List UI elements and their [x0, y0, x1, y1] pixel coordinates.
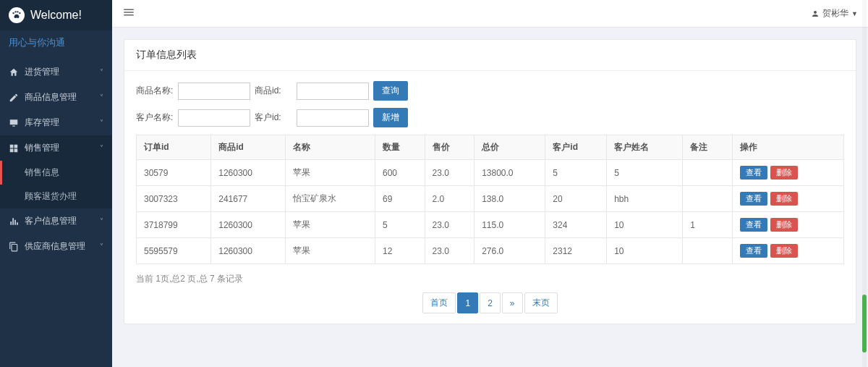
ops-cell: 查看删除	[732, 212, 843, 238]
cell: 69	[375, 186, 425, 212]
page-last[interactable]: 末页	[524, 292, 558, 313]
page-next[interactable]: »	[502, 292, 523, 313]
edit-icon	[9, 93, 19, 103]
bars-icon	[9, 216, 19, 227]
table-row: 305791260300苹果60023.013800.055查看删除	[137, 160, 844, 186]
chevron-down-icon: ˅	[100, 242, 103, 250]
delete-button[interactable]: 删除	[770, 218, 798, 232]
cell	[683, 186, 733, 212]
menu-toggle-icon[interactable]	[122, 6, 135, 21]
cell: 23.0	[425, 160, 475, 186]
cell: 5	[607, 160, 683, 186]
nav-item-5[interactable]: 供应商信息管理˅	[0, 234, 112, 259]
scrollbar-track	[862, 0, 867, 367]
col-header-8: 备注	[683, 135, 733, 160]
nav-label: 供应商信息管理	[25, 240, 100, 253]
order-panel: 订单信息列表 商品名称: 商品id: 查询 客户名称: 客户id:	[124, 39, 856, 324]
chevron-down-icon: ˅	[100, 93, 103, 101]
view-button[interactable]: 查看	[740, 192, 767, 206]
nav-item-4[interactable]: 客户信息管理˅	[0, 208, 112, 234]
delete-button[interactable]: 删除	[770, 166, 798, 180]
product-name-label: 商品名称:	[136, 85, 174, 97]
nav-item-1[interactable]: 商品信息管理˅	[0, 85, 112, 110]
subnav-item-1[interactable]: 顾客退货办理	[0, 185, 112, 208]
ops-cell: 查看删除	[732, 160, 843, 186]
col-header-4: 售价	[425, 135, 475, 160]
cell: 1260300	[211, 212, 286, 238]
col-header-7: 客户姓名	[607, 135, 683, 160]
customer-name-input[interactable]	[178, 109, 250, 127]
ops-cell: 查看删除	[732, 238, 843, 264]
product-name-input[interactable]	[178, 83, 250, 100]
view-button[interactable]: 查看	[740, 244, 767, 258]
page-first[interactable]: 首页	[422, 292, 456, 313]
add-button[interactable]: 新增	[373, 108, 408, 127]
cell: 2312	[545, 238, 607, 264]
delete-button[interactable]: 删除	[770, 192, 798, 206]
col-header-2: 名称	[286, 135, 375, 160]
nav-list: 进货管理˅商品信息管理˅库存管理˅销售管理˅销售信息顾客退货办理客户信息管理˅供…	[0, 59, 112, 259]
page-1[interactable]: 1	[457, 292, 478, 313]
nav-item-2[interactable]: 库存管理˅	[0, 110, 112, 135]
view-button[interactable]: 查看	[740, 218, 767, 232]
cell: 241677	[211, 186, 286, 212]
col-header-5: 总价	[475, 135, 545, 160]
product-id-label: 商品id:	[255, 85, 292, 97]
topbar: 贺彬华 ▼	[112, 0, 868, 28]
table-row: 55955791260300苹果1223.0276.0231210查看删除	[137, 238, 844, 264]
pagination-summary: 当前 1页,总2 页,总 7 条记录	[136, 273, 844, 285]
customer-name-label: 客户名称:	[136, 111, 174, 124]
cell: 苹果	[286, 160, 375, 186]
cell: 20	[545, 186, 607, 212]
subnav-item-0[interactable]: 销售信息	[0, 161, 112, 185]
cell	[683, 160, 733, 186]
pagination: 首页12»末页	[136, 292, 844, 313]
col-header-1: 商品id	[211, 135, 286, 160]
scrollbar-thumb[interactable]	[862, 295, 867, 353]
cell: 10	[607, 238, 683, 264]
cell: 23.0	[425, 212, 475, 238]
page-2[interactable]: 2	[480, 292, 501, 313]
cell: 30579	[137, 160, 211, 186]
cell: 3007323	[137, 186, 211, 212]
cell: 138.0	[475, 186, 545, 212]
order-table: 订单id商品id名称数量售价总价客户id客户姓名备注操作 30579126030…	[136, 135, 844, 264]
chevron-down-icon: ˅	[100, 119, 103, 127]
cell	[683, 238, 733, 264]
view-button[interactable]: 查看	[740, 166, 767, 180]
nav-item-0[interactable]: 进货管理˅	[0, 59, 112, 85]
cell: 1	[683, 212, 733, 238]
chevron-down-icon: ˅	[100, 217, 103, 225]
brand-title: Welcome!	[30, 9, 82, 22]
cell: 5	[545, 160, 607, 186]
grid-icon	[9, 143, 19, 153]
cell: 23.0	[425, 238, 475, 264]
customer-id-input[interactable]	[297, 109, 369, 127]
sidebar: Welcome! 用心与你沟通 进货管理˅商品信息管理˅库存管理˅销售管理˅销售…	[0, 0, 112, 367]
nav-label: 商品信息管理	[25, 91, 100, 104]
filter-row-2: 客户名称: 客户id: 新增	[136, 108, 844, 127]
chevron-down-icon: ˅	[100, 68, 103, 76]
home-icon	[9, 67, 19, 77]
filter-row-1: 商品名称: 商品id: 查询	[136, 81, 844, 101]
col-header-6: 客户id	[545, 135, 607, 160]
chevron-down-icon: ▼	[851, 10, 858, 17]
cell: 3718799	[137, 212, 211, 238]
cell: 苹果	[286, 212, 375, 238]
search-button[interactable]: 查询	[373, 81, 408, 101]
user-menu[interactable]: 贺彬华 ▼	[811, 7, 858, 20]
cell: 苹果	[286, 238, 375, 264]
user-icon	[811, 9, 820, 18]
cell: hbh	[607, 186, 683, 212]
nav-label: 进货管理	[25, 66, 100, 78]
col-header-0: 订单id	[137, 135, 211, 160]
cell: 12	[375, 238, 425, 264]
product-id-input[interactable]	[297, 83, 369, 100]
chevron-down-icon: ˅	[100, 144, 103, 152]
cell: 13800.0	[475, 160, 545, 186]
monitor-icon	[9, 118, 19, 128]
cell: 怡宝矿泉水	[286, 186, 375, 212]
nav-item-3[interactable]: 销售管理˅	[0, 135, 112, 161]
delete-button[interactable]: 删除	[770, 244, 798, 258]
cell: 324	[545, 212, 607, 238]
